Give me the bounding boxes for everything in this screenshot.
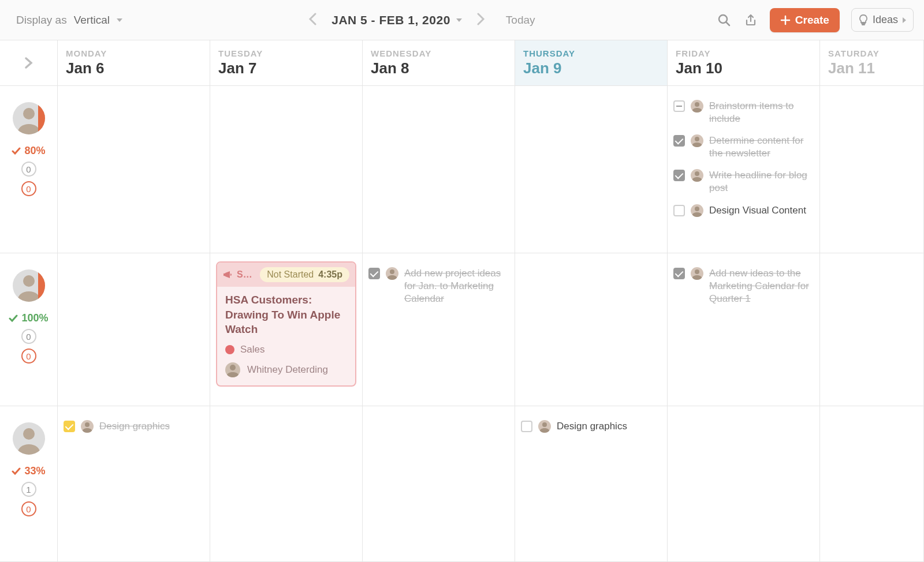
lightbulb-icon — [859, 14, 868, 26]
tag-dot-icon — [225, 345, 234, 354]
task-item[interactable]: Determine content for the newsletter — [673, 134, 814, 160]
avatar — [691, 267, 703, 280]
task-counter: 0 — [21, 162, 36, 177]
calendar-cell[interactable] — [58, 86, 210, 253]
task-item[interactable]: Add new ideas to the Marketing Calendar … — [673, 267, 814, 305]
calendar-cell[interactable] — [363, 406, 515, 562]
calendar-cell[interactable] — [210, 86, 363, 253]
calendar-cell[interactable] — [820, 406, 924, 562]
svg-point-3 — [695, 102, 699, 107]
row-header[interactable]: 80% 0 0 — [0, 86, 58, 253]
svg-point-10 — [695, 269, 699, 274]
share-icon[interactable] — [743, 13, 758, 28]
row-header[interactable]: 33% 1 0 — [0, 406, 58, 562]
plus-icon — [780, 15, 791, 25]
next-range-button[interactable] — [472, 9, 490, 32]
overdue-counter: 0 — [21, 501, 36, 516]
calendar-cell[interactable] — [363, 86, 515, 253]
overdue-counter: 0 — [21, 181, 36, 196]
check-icon — [12, 467, 21, 475]
ideas-button[interactable]: Ideas — [851, 8, 914, 32]
checkbox-checked-icon[interactable] — [368, 268, 380, 279]
avatar — [13, 269, 45, 302]
overdue-counter: 0 — [21, 349, 36, 364]
calendar-cell[interactable]: S… Not Started 4:35p HSA Customers: Draw… — [210, 253, 363, 406]
task-item[interactable]: Add new project ideas for Jan. to Market… — [368, 267, 509, 305]
chevron-right-icon — [903, 17, 906, 23]
svg-point-6 — [695, 207, 699, 211]
task-item[interactable]: Design graphics — [521, 420, 661, 433]
calendar-cell[interactable] — [668, 406, 820, 562]
avatar — [691, 169, 703, 182]
avatar — [691, 204, 703, 217]
column-header: FRIDAY Jan 10 — [668, 40, 820, 86]
chevron-down-icon — [456, 18, 462, 22]
calendar-header: MONDAY Jan 6 TUESDAY Jan 7 WEDNESDAY Jan… — [0, 40, 924, 86]
svg-point-4 — [695, 137, 699, 141]
svg-line-1 — [726, 22, 729, 25]
row-header[interactable]: 100% 0 0 — [0, 253, 58, 406]
task-item[interactable]: Design Visual Content — [673, 204, 814, 217]
calendar-row: 100% 0 0 S… Not Started 4:35p HSA Custom… — [0, 253, 924, 406]
avatar — [691, 100, 703, 113]
today-button[interactable]: Today — [506, 14, 535, 27]
card-tag: Sales — [225, 344, 347, 355]
calendar-cell[interactable]: Add new project ideas for Jan. to Market… — [363, 253, 515, 406]
check-icon — [12, 147, 21, 155]
search-icon[interactable] — [717, 13, 732, 28]
calendar-cell[interactable] — [820, 253, 924, 406]
calendar-cell[interactable]: Design graphics — [58, 406, 210, 562]
avatar — [13, 102, 45, 134]
expand-sidebar-button[interactable] — [0, 40, 58, 86]
column-header: SATURDAY Jan 11 — [820, 40, 924, 86]
display-as-value: Vertical — [74, 14, 110, 27]
calendar-cell[interactable] — [58, 253, 210, 406]
checkbox-checked-icon[interactable] — [673, 135, 685, 147]
event-card[interactable]: S… Not Started 4:35p HSA Customers: Draw… — [216, 261, 356, 387]
calendar-cell[interactable]: Brainstorm items to include Determine co… — [668, 86, 820, 253]
checkbox-indeterminate-icon[interactable] — [673, 100, 685, 112]
avatar — [81, 420, 94, 433]
calendar-cell[interactable] — [210, 406, 363, 562]
task-item[interactable]: Brainstorm items to include — [673, 100, 814, 125]
checkbox-empty-icon[interactable] — [521, 421, 532, 432]
avatar — [13, 422, 45, 455]
check-icon — [9, 314, 18, 323]
megaphone-icon — [223, 271, 232, 279]
checkbox-checked-icon[interactable] — [673, 268, 685, 279]
svg-point-2 — [23, 108, 35, 119]
calendar-cell[interactable] — [515, 86, 668, 253]
svg-point-5 — [695, 171, 699, 176]
date-range-picker[interactable]: JAN 5 - FEB 1, 2020 — [331, 13, 462, 27]
ideas-label: Ideas — [873, 14, 898, 26]
calendar-row: 33% 1 0 Design graphics Design graphics — [0, 406, 924, 562]
display-as-dropdown[interactable]: Display as Vertical — [16, 14, 122, 27]
calendar-cell[interactable] — [820, 86, 924, 253]
card-title: HSA Customers: Drawing To Win Apple Watc… — [225, 293, 347, 337]
chevron-down-icon — [117, 18, 122, 22]
calendar-cell[interactable] — [515, 253, 668, 406]
toolbar: Display as Vertical JAN 5 - FEB 1, 2020 … — [0, 0, 924, 40]
task-counter: 0 — [21, 329, 36, 344]
checkbox-checked-icon[interactable] — [673, 170, 685, 181]
task-item[interactable]: Write headline for blog post — [673, 169, 814, 194]
task-item[interactable]: Design graphics — [64, 420, 204, 433]
display-as-label: Display as — [16, 14, 67, 27]
checkbox-empty-icon[interactable] — [673, 205, 685, 216]
percent-complete: 33% — [12, 465, 45, 477]
avatar — [386, 267, 398, 280]
svg-point-11 — [23, 428, 35, 440]
date-range-label: JAN 5 - FEB 1, 2020 — [331, 13, 450, 27]
percent-complete: 100% — [9, 312, 48, 324]
checkbox-checked-icon[interactable] — [64, 421, 75, 432]
date-navigation: JAN 5 - FEB 1, 2020 Today — [133, 9, 706, 32]
calendar-cell[interactable]: Design graphics — [515, 406, 668, 562]
status-pill: Not Started 4:35p — [260, 267, 349, 282]
prev-range-button[interactable] — [304, 9, 321, 32]
avatar — [538, 420, 551, 433]
svg-point-13 — [542, 422, 547, 427]
calendar-cell[interactable]: Add new ideas to the Marketing Calendar … — [668, 253, 820, 406]
svg-point-9 — [390, 269, 394, 274]
task-counter: 1 — [21, 482, 36, 497]
create-button[interactable]: Create — [770, 8, 840, 32]
